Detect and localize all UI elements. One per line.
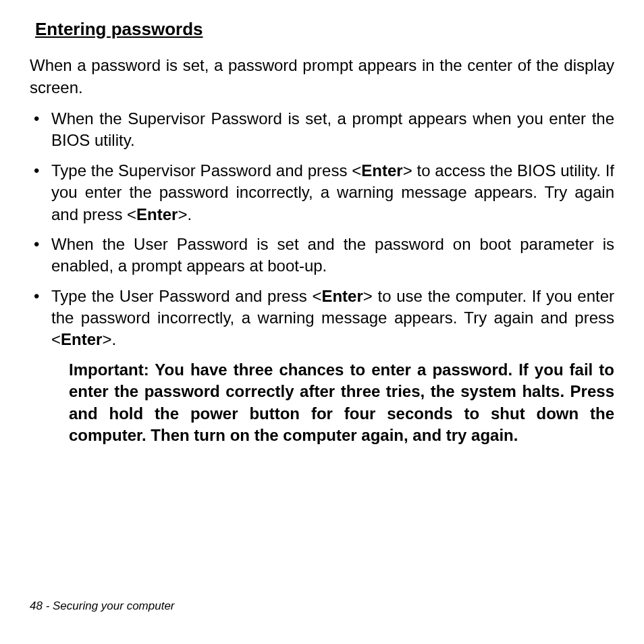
- key-name: Enter: [136, 205, 178, 223]
- bullet-dot-icon: •: [34, 108, 39, 130]
- document-page: Entering passwords When a password is se…: [0, 0, 644, 644]
- list-item: • Type the User Password and press <Ente…: [30, 286, 614, 351]
- text-run: >.: [178, 205, 192, 223]
- list-item: • When the User Password is set and the …: [30, 234, 614, 277]
- bullet-dot-icon: •: [34, 286, 39, 307]
- list-item-text: Type the User Password and press <Enter>…: [51, 287, 614, 349]
- intro-paragraph: When a password is set, a password promp…: [30, 55, 614, 99]
- important-note: Important: You have three chances to ent…: [30, 359, 614, 447]
- list-item-text: Type the Supervisor Password and press <…: [51, 161, 614, 223]
- list-item: • Type the Supervisor Password and press…: [30, 160, 614, 225]
- page-footer: 48 - Securing your computer: [30, 599, 175, 613]
- key-name: Enter: [361, 161, 402, 180]
- list-item: • When the Supervisor Password is set, a…: [30, 108, 614, 152]
- list-item-text: When the User Password is set and the pa…: [51, 235, 614, 275]
- key-name: Enter: [321, 287, 363, 305]
- text-run: Type the Supervisor Password and press <: [51, 161, 361, 180]
- bullet-dot-icon: •: [34, 234, 39, 255]
- key-name: Enter: [61, 330, 102, 348]
- section-heading: Entering passwords: [35, 19, 614, 40]
- bullet-dot-icon: •: [34, 160, 39, 182]
- list-item-text: When the Supervisor Password is set, a p…: [51, 109, 614, 149]
- text-run: Type the User Password and press <: [51, 287, 321, 305]
- bullet-list: • When the Supervisor Password is set, a…: [30, 108, 614, 351]
- text-run: >.: [102, 330, 116, 348]
